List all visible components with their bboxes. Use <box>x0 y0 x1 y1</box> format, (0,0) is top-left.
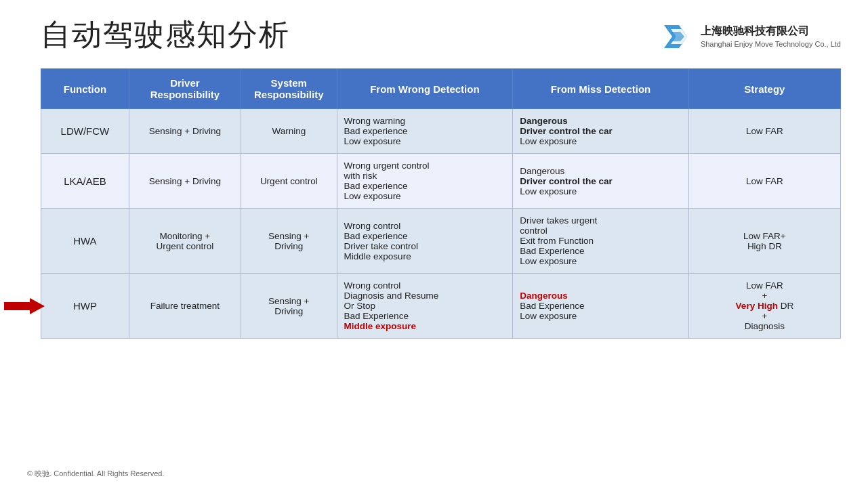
svg-marker-3 <box>4 298 45 314</box>
cell-hwa-system: Sensing +Driving <box>241 209 337 274</box>
page-header: 自动驾驶感知分析 上海映驰科技有限公司 Shanghai Enjoy Move … <box>0 0 868 62</box>
cell-hwp-driver: Failure treatment <box>129 274 241 339</box>
cell-ldw-strategy: Low FAR <box>688 109 840 154</box>
cell-ldw-wrong: Wrong warningBad experienceLow exposure <box>337 109 513 154</box>
table-row-ldw: LDW/FCW Sensing + Driving Warning Wrong … <box>41 109 841 154</box>
cell-ldw-driver: Sensing + Driving <box>129 109 241 154</box>
col-header-function: Function <box>41 69 129 109</box>
cell-ldw-system: Warning <box>241 109 337 154</box>
cell-hwa-wrong: Wrong controlBad experienceDriver take c… <box>337 209 513 274</box>
table-row-lka: LKA/AEB Sensing + Driving Urgent control… <box>41 154 841 209</box>
table-row-hwp: HWP Failure treatment Sensing +Driving W… <box>41 274 841 339</box>
cell-hwp-system: Sensing +Driving <box>241 274 337 339</box>
cell-lka-function: LKA/AEB <box>41 154 129 209</box>
logo-area: 上海映驰科技有限公司 Shanghai Enjoy Move Technolog… <box>657 15 841 55</box>
cell-ldw-function: LDW/FCW <box>41 109 129 154</box>
page-title: 自动驾驶感知分析 <box>41 15 290 55</box>
footer: © 映驰. Confidential. All Rights Reserved. <box>27 469 165 479</box>
red-arrow-icon <box>4 297 45 316</box>
cell-hwa-driver: Monitoring +Urgent control <box>129 209 241 274</box>
cell-hwp-miss: Dangerous Bad ExperienceLow exposure <box>513 274 689 339</box>
cell-lka-driver: Sensing + Driving <box>129 154 241 209</box>
col-header-system: SystemResponsibility <box>241 69 337 109</box>
cell-hwp-strategy: Low FAR+ Very High DR+Diagnosis <box>688 274 840 339</box>
main-table-container: Function DriverResponsibility SystemResp… <box>0 68 868 339</box>
cell-hwp-wrong: Wrong controlDiagnosis and ResumeOr Stop… <box>337 274 513 339</box>
cell-hwa-function: HWA <box>41 209 129 274</box>
cell-ldw-miss: DangerousDriver control the car Low expo… <box>513 109 689 154</box>
col-header-strategy: Strategy <box>688 69 840 109</box>
cell-hwp-function: HWP <box>41 274 129 339</box>
logo-icon <box>657 18 694 55</box>
table-row-hwa: HWA Monitoring +Urgent control Sensing +… <box>41 209 841 274</box>
col-header-miss: From Miss Detection <box>513 69 689 109</box>
analysis-table: Function DriverResponsibility SystemResp… <box>41 68 841 339</box>
cell-lka-wrong: Wrong urgent controlwith riskBad experie… <box>337 154 513 209</box>
col-header-driver: DriverResponsibility <box>129 69 241 109</box>
cell-lka-strategy: Low FAR <box>688 154 840 209</box>
table-header-row: Function DriverResponsibility SystemResp… <box>41 69 841 109</box>
cell-lka-miss: Dangerous Driver control the car Low exp… <box>513 154 689 209</box>
cell-hwa-miss: Driver takes urgentcontrolExit from Func… <box>513 209 689 274</box>
logo-text: 上海映驰科技有限公司 Shanghai Enjoy Move Technolog… <box>701 24 841 49</box>
cell-hwa-strategy: Low FAR+High DR <box>688 209 840 274</box>
cell-lka-system: Urgent control <box>241 154 337 209</box>
col-header-wrong: From Wrong Detection <box>337 69 513 109</box>
